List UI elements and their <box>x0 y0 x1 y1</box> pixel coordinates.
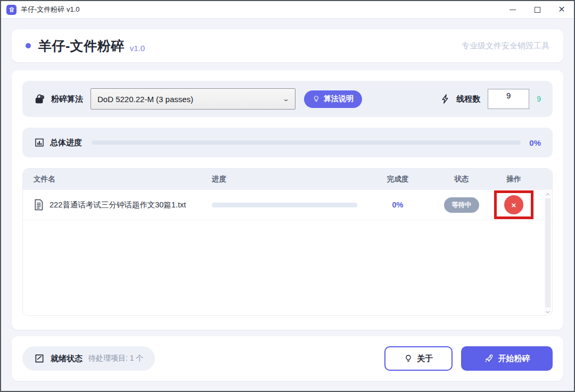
bulb-icon <box>404 354 413 363</box>
algorithm-selected-value: DoD 5220.22-M (3 passes) <box>97 95 283 104</box>
page-title: 羊仔-文件粉碎 <box>38 37 125 55</box>
overall-progress-panel: 总体进度 0% <box>22 128 553 157</box>
close-circle-icon: × <box>512 201 516 209</box>
header-status: 状态 <box>432 174 491 184</box>
minimize-button[interactable] <box>500 1 525 18</box>
maximize-button[interactable] <box>525 1 549 18</box>
about-button[interactable]: 关于 <box>384 346 453 371</box>
header-progress: 进度 <box>212 174 364 184</box>
status-badge: 等待中 <box>444 197 479 213</box>
scrollbar-thumb[interactable] <box>545 198 551 307</box>
file-name: 222普通话考试三分钟话题作文30篇1.txt <box>50 200 186 210</box>
header-completion: 完成度 <box>364 174 432 184</box>
scroll-up-icon[interactable] <box>546 190 550 198</box>
pending-items-label: 待处理项目: 1 个 <box>88 354 143 363</box>
rocket-icon <box>484 354 494 363</box>
algorithm-help-label: 算法说明 <box>324 94 354 104</box>
list-scrollbar[interactable] <box>544 190 552 315</box>
app-window: 羊仔-文件粉碎 v1.0 ✕ 羊仔-文件粉碎 v1.0 专业级文件安全销毁工具 … <box>0 0 575 392</box>
status-pill: 就绪状态 待处理项目: 1 个 <box>22 346 155 371</box>
overall-progress-percent: 0% <box>529 138 541 147</box>
overall-progress-bar <box>92 140 521 145</box>
table-header: 文件名 进度 完成度 状态 操作 <box>23 169 552 190</box>
scroll-down-icon[interactable] <box>546 308 550 315</box>
header-card: 羊仔-文件粉碎 v1.0 专业级文件安全销毁工具 <box>12 29 563 62</box>
minimize-icon <box>510 10 516 10</box>
overall-progress-label: 总体进度 <box>50 138 82 148</box>
settings-panel: 粉碎算法 DoD 5220.22-M (3 passes) ⌄ 算法说明 线程数 <box>22 81 553 117</box>
file-progress-bar <box>212 203 357 207</box>
version-label: v1.0 <box>130 44 145 53</box>
about-label: 关于 <box>417 354 433 364</box>
threads-label: 线程数 <box>456 94 480 104</box>
accent-dot-icon <box>26 43 31 48</box>
close-button[interactable]: ✕ <box>549 1 574 18</box>
threads-hint: 9 <box>537 95 541 103</box>
algorithm-label: 粉碎算法 <box>51 94 83 104</box>
close-icon: ✕ <box>558 5 565 14</box>
table-row: 222普通话考试三分钟话题作文30篇1.txt 0% 等待中 × <box>23 190 552 220</box>
ready-status-label: 就绪状态 <box>51 354 83 364</box>
trash-app-icon <box>6 5 17 15</box>
remove-file-button[interactable]: × <box>504 195 523 214</box>
lightning-icon <box>440 94 451 104</box>
maximize-icon <box>535 7 540 13</box>
title-bar: 羊仔-文件粉碎 v1.0 ✕ <box>1 1 574 19</box>
file-table: 文件名 进度 完成度 状态 操作 222普通话考试三分钟话题作文30篇1.txt <box>22 168 553 316</box>
threads-input[interactable] <box>488 89 529 109</box>
document-icon <box>34 199 44 211</box>
bulb-icon <box>313 95 320 103</box>
file-percent: 0% <box>392 201 404 209</box>
header-filename: 文件名 <box>23 174 212 184</box>
lock-icon <box>34 93 46 105</box>
algorithm-help-button[interactable]: 算法说明 <box>304 90 362 108</box>
header-action: 操作 <box>491 174 536 184</box>
footer-card: 就绪状态 待处理项目: 1 个 关于 开始粉碎 <box>12 336 563 381</box>
checkbox-icon <box>34 353 45 364</box>
table-body: 222普通话考试三分钟话题作文30篇1.txt 0% 等待中 × <box>23 190 552 316</box>
start-shred-button[interactable]: 开始粉碎 <box>461 346 553 371</box>
chevron-down-icon: ⌄ <box>282 95 290 103</box>
algorithm-select[interactable]: DoD 5220.22-M (3 passes) ⌄ <box>91 88 295 110</box>
threads-group: 线程数 9 <box>440 89 541 109</box>
content-area: 羊仔-文件粉碎 v1.0 专业级文件安全销毁工具 粉碎算法 DoD 5220.2… <box>1 19 574 391</box>
bar-chart-icon <box>34 137 45 148</box>
start-shred-label: 开始粉碎 <box>498 354 530 364</box>
window-title: 羊仔-文件粉碎 v1.0 <box>21 5 80 14</box>
main-card: 粉碎算法 DoD 5220.22-M (3 passes) ⌄ 算法说明 线程数 <box>12 70 563 330</box>
app-subtitle: 专业级文件安全销毁工具 <box>462 41 549 51</box>
